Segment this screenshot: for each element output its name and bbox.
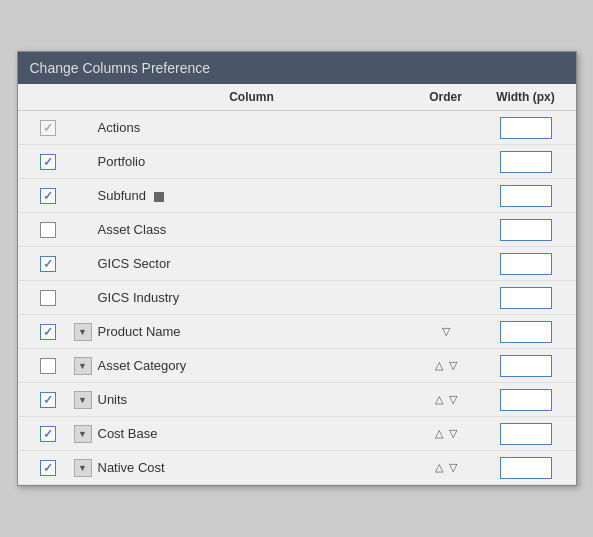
checkbox-cell	[28, 188, 68, 204]
dropdown-btn-asset-category[interactable]: ▼	[74, 357, 92, 375]
order-cell-native-cost: △▽	[406, 461, 486, 474]
checkbox-asset-class[interactable]	[40, 222, 56, 238]
checkbox-cell	[28, 460, 68, 476]
col-name-portfolio: Portfolio	[98, 154, 406, 169]
order-down-units[interactable]: ▽	[449, 393, 457, 406]
width-input-actions[interactable]	[500, 117, 552, 139]
col-name-subfund: Subfund	[98, 188, 406, 203]
dialog-body: Column Order Width (px) ActionsPortfolio…	[18, 84, 576, 485]
table-row: ▼Cost Base△▽	[18, 417, 576, 451]
table-row: Portfolio	[18, 145, 576, 179]
order-header: Order	[406, 90, 486, 104]
order-up-asset-category[interactable]: △	[435, 359, 443, 372]
width-cell-asset-category	[486, 355, 566, 377]
col-name-product-name: Product Name	[98, 324, 406, 339]
table-row: Asset Class	[18, 213, 576, 247]
checkbox-cell	[28, 392, 68, 408]
checkbox-cell	[28, 154, 68, 170]
table-row: GICS Industry	[18, 281, 576, 315]
width-input-subfund[interactable]	[500, 185, 552, 207]
table-row: GICS Sector	[18, 247, 576, 281]
checkbox-native-cost[interactable]	[40, 460, 56, 476]
checkbox-cell	[28, 426, 68, 442]
width-input-native-cost[interactable]	[500, 457, 552, 479]
width-input-gics-industry[interactable]	[500, 287, 552, 309]
dropdown-cell: ▼	[68, 459, 98, 477]
width-cell-product-name	[486, 321, 566, 343]
table-row: ▼Native Cost△▽	[18, 451, 576, 485]
col-name-actions: Actions	[98, 120, 406, 135]
width-cell-gics-sector	[486, 253, 566, 275]
order-down-native-cost[interactable]: ▽	[449, 461, 457, 474]
checkbox-cell	[28, 120, 68, 136]
checkbox-product-name[interactable]	[40, 324, 56, 340]
dropdown-btn-product-name[interactable]: ▼	[74, 323, 92, 341]
table-row: Subfund	[18, 179, 576, 213]
col-name-asset-class: Asset Class	[98, 222, 406, 237]
checkbox-cell	[28, 324, 68, 340]
dropdown-btn-cost-base[interactable]: ▼	[74, 425, 92, 443]
width-cell-portfolio	[486, 151, 566, 173]
width-cell-gics-industry	[486, 287, 566, 309]
column-header: Column	[98, 90, 406, 104]
dropdown-cell: ▼	[68, 323, 98, 341]
dropdown-cell: ▼	[68, 357, 98, 375]
checkbox-asset-category[interactable]	[40, 358, 56, 374]
checkbox-cell	[28, 222, 68, 238]
width-cell-asset-class	[486, 219, 566, 241]
order-down-asset-category[interactable]: ▽	[449, 359, 457, 372]
order-cell-asset-category: △▽	[406, 359, 486, 372]
width-input-portfolio[interactable]	[500, 151, 552, 173]
order-up-native-cost[interactable]: △	[435, 461, 443, 474]
checkbox-units[interactable]	[40, 392, 56, 408]
dropdown-btn-units[interactable]: ▼	[74, 391, 92, 409]
width-cell-units	[486, 389, 566, 411]
checkbox-cell	[28, 358, 68, 374]
width-input-asset-category[interactable]	[500, 355, 552, 377]
rows-container: ActionsPortfolioSubfundAsset ClassGICS S…	[18, 111, 576, 485]
col-name-asset-category: Asset Category	[98, 358, 406, 373]
table-row: Actions	[18, 111, 576, 145]
dropdown-cell: ▼	[68, 391, 98, 409]
col-name-units: Units	[98, 392, 406, 407]
checkbox-actions[interactable]	[40, 120, 56, 136]
width-cell-cost-base	[486, 423, 566, 445]
order-up-cost-base[interactable]: △	[435, 427, 443, 440]
width-input-asset-class[interactable]	[500, 219, 552, 241]
col-name-gics-sector: GICS Sector	[98, 256, 406, 271]
width-input-gics-sector[interactable]	[500, 253, 552, 275]
order-down-cost-base[interactable]: ▽	[449, 427, 457, 440]
width-cell-native-cost	[486, 457, 566, 479]
dropdown-btn-native-cost[interactable]: ▼	[74, 459, 92, 477]
width-input-product-name[interactable]	[500, 321, 552, 343]
checkbox-subfund[interactable]	[40, 188, 56, 204]
col-name-gics-industry: GICS Industry	[98, 290, 406, 305]
table-row: ▼Product Name▽	[18, 315, 576, 349]
table-row: ▼Asset Category△▽	[18, 349, 576, 383]
width-input-units[interactable]	[500, 389, 552, 411]
width-cell-actions	[486, 117, 566, 139]
width-header: Width (px)	[486, 90, 566, 104]
dropdown-cell: ▼	[68, 425, 98, 443]
width-input-cost-base[interactable]	[500, 423, 552, 445]
checkbox-cost-base[interactable]	[40, 426, 56, 442]
checkbox-portfolio[interactable]	[40, 154, 56, 170]
checkbox-gics-sector[interactable]	[40, 256, 56, 272]
dialog-title: Change Columns Preference	[18, 52, 576, 84]
table-row: ▼Units△▽	[18, 383, 576, 417]
order-cell-units: △▽	[406, 393, 486, 406]
width-cell-subfund	[486, 185, 566, 207]
table-header: Column Order Width (px)	[18, 84, 576, 111]
col-name-native-cost: Native Cost	[98, 460, 406, 475]
order-down-product-name[interactable]: ▽	[442, 325, 450, 338]
change-columns-dialog: Change Columns Preference Column Order W…	[17, 51, 577, 486]
order-cell-cost-base: △▽	[406, 427, 486, 440]
checkbox-gics-industry[interactable]	[40, 290, 56, 306]
order-cell-product-name: ▽	[406, 325, 486, 338]
checkbox-cell	[28, 290, 68, 306]
order-indicator	[154, 192, 164, 202]
col-name-cost-base: Cost Base	[98, 426, 406, 441]
checkbox-cell	[28, 256, 68, 272]
order-up-units[interactable]: △	[435, 393, 443, 406]
